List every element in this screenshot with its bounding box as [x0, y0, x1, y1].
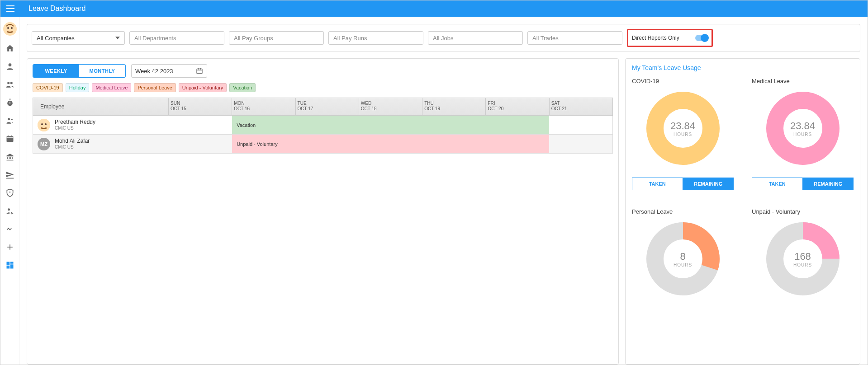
leave-bar-vacation[interactable]: Vacation: [232, 116, 549, 134]
employee-sub: CMiC US: [55, 145, 90, 150]
svg-point-10: [8, 208, 10, 211]
week-label: Week 42 2023: [135, 68, 173, 75]
shield-icon[interactable]: [5, 187, 15, 198]
top-bar: Leave Dashboard: [0, 0, 868, 17]
add-icon[interactable]: [5, 242, 15, 253]
usage-block-personal: Personal Leave 8HOURS: [632, 208, 734, 297]
donut-chart: 23.84HOURS: [645, 90, 721, 167]
legend-covid: COVID-19: [33, 83, 63, 92]
svg-point-2: [11, 27, 13, 29]
table-row[interactable]: MZ Mohd Ali Zafar CMiC US Unpaid - Volun…: [33, 135, 613, 154]
usage-block-medical: Medical Leave 23.84HOURS TAKEN REMAINING: [752, 78, 854, 190]
donut-label: HOURS: [793, 132, 812, 137]
taken-button[interactable]: TAKEN: [632, 178, 683, 190]
usage-block-unpaid: Unpaid - Voluntary 168HOURS: [752, 208, 854, 297]
taken-button[interactable]: TAKEN: [752, 178, 803, 190]
team-icon[interactable]: [5, 79, 15, 90]
employee-sub: CMiC US: [55, 126, 95, 131]
monthly-button[interactable]: MONTHLY: [79, 65, 125, 77]
usage-block-covid: COVID-19 23.84HOURS TAKEN REMAINING: [632, 78, 734, 190]
employee-name: Preetham Reddy: [55, 119, 95, 125]
timer-icon[interactable]: [5, 97, 15, 108]
svg-point-7: [8, 118, 10, 120]
company-select[interactable]: All Companies: [32, 31, 125, 45]
svg-rect-13: [10, 264, 13, 268]
svg-rect-12: [10, 262, 13, 264]
svg-point-3: [8, 63, 11, 66]
side-nav: [0, 17, 19, 365]
donut-value: 23.84: [670, 120, 695, 132]
svg-rect-11: [6, 262, 9, 265]
paygroups-placeholder: All Pay Groups: [234, 35, 273, 42]
svg-rect-15: [197, 69, 202, 74]
jobs-input[interactable]: All Jobs: [428, 31, 523, 45]
jobs-placeholder: All Jobs: [433, 35, 454, 42]
donut-value: 23.84: [790, 120, 815, 132]
usage-block-title: COVID-19: [632, 78, 734, 84]
main-content: All Companies All Departments All Pay Gr…: [19, 17, 868, 365]
taken-remaining-segment: TAKEN REMAINING: [752, 178, 854, 190]
day-header: MONOCT 16: [232, 98, 295, 115]
legend-holiday: Holiday: [66, 83, 90, 92]
remaining-button[interactable]: REMAINING: [803, 178, 854, 190]
usage-title: My Team's Leave Usage: [632, 64, 854, 71]
usage-block-title: Medical Leave: [752, 78, 854, 84]
svg-point-4: [7, 82, 9, 84]
legend-unpaid: Unpaid - Voluntary: [179, 83, 227, 92]
user-arrow-icon[interactable]: [5, 206, 15, 216]
company-label: All Companies: [37, 35, 75, 42]
svg-point-17: [41, 123, 43, 125]
legend-row: COVID-19 Holiday Medical Leave Personal …: [33, 83, 613, 92]
user-avatar-icon[interactable]: [3, 22, 17, 36]
svg-point-18: [45, 123, 47, 125]
table-row[interactable]: Preetham Reddy CMiC US Vacation: [33, 116, 613, 135]
chevron-down-icon: [115, 37, 120, 39]
legend-medical: Medical Leave: [92, 83, 131, 92]
donut-label: HOURS: [793, 262, 812, 267]
handoff-icon[interactable]: [5, 224, 15, 234]
employee-name: Mohd Ali Zafar: [55, 138, 90, 144]
calendar-icon[interactable]: [5, 133, 15, 144]
svg-point-16: [38, 119, 50, 131]
leave-bar-label: Unpaid - Voluntary: [237, 141, 278, 147]
profile-icon[interactable]: [5, 61, 15, 72]
usage-block-title: Personal Leave: [632, 208, 734, 215]
filter-bar: All Companies All Departments All Pay Gr…: [27, 24, 860, 52]
bank-icon[interactable]: [5, 151, 15, 162]
departments-input[interactable]: All Departments: [129, 31, 224, 45]
donut-label: HOURS: [674, 262, 692, 267]
svg-point-5: [10, 82, 12, 84]
svg-point-1: [7, 27, 9, 29]
day-header: SUNOCT 15: [169, 98, 232, 115]
dashboard-icon[interactable]: [5, 260, 15, 271]
payruns-input[interactable]: All Pay Runs: [328, 31, 423, 45]
period-segment: WEEKLY MONTHLY: [33, 64, 126, 78]
day-header: THUOCT 19: [422, 98, 486, 115]
svg-rect-9: [6, 136, 13, 142]
leave-bar-unpaid[interactable]: Unpaid - Voluntary: [232, 135, 549, 153]
home-icon[interactable]: [5, 43, 15, 54]
hamburger-icon[interactable]: [5, 3, 16, 14]
remaining-button[interactable]: REMAINING: [683, 178, 734, 190]
paygroups-input[interactable]: All Pay Groups: [229, 31, 324, 45]
donut-value: 8: [680, 251, 685, 262]
payruns-placeholder: All Pay Runs: [333, 35, 367, 42]
donut-label: HOURS: [674, 132, 692, 137]
svg-point-8: [11, 119, 12, 120]
calendar-picker-icon: [196, 67, 203, 75]
legend-vacation: Vacation: [229, 83, 256, 92]
day-header: WEDOCT 18: [359, 98, 422, 115]
employee-avatar: [38, 119, 50, 131]
weekly-button[interactable]: WEEKLY: [33, 65, 79, 77]
legend-personal: Personal Leave: [134, 83, 175, 92]
trades-placeholder: All Trades: [532, 35, 559, 42]
plane-icon[interactable]: [5, 169, 15, 180]
donut-value: 168: [794, 251, 811, 262]
week-picker[interactable]: Week 42 2023: [131, 64, 207, 78]
users-icon[interactable]: [5, 115, 15, 126]
departments-placeholder: All Departments: [134, 35, 176, 42]
donut-chart: 23.84HOURS: [764, 90, 841, 167]
trades-input[interactable]: All Trades: [527, 31, 622, 45]
day-header: SATOCT 21: [550, 98, 612, 115]
direct-reports-toggle[interactable]: [695, 35, 708, 41]
